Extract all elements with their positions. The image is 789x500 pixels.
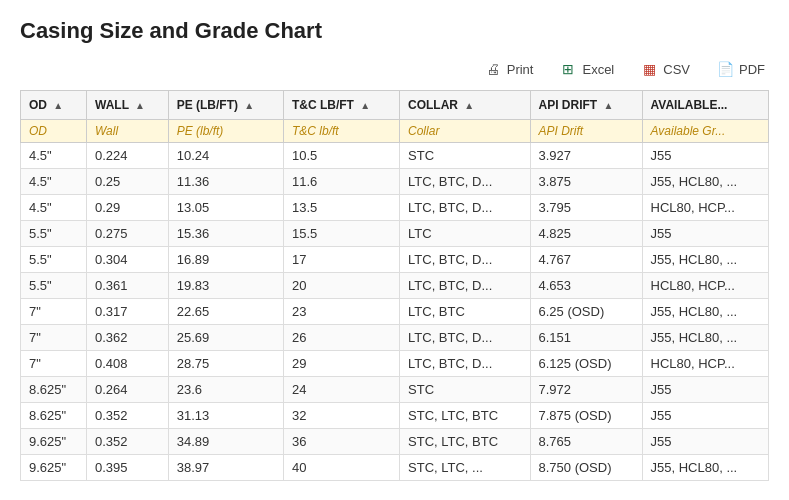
cell-avail: J55, HCL80, ... <box>642 247 768 273</box>
cell-od: 7" <box>21 351 87 377</box>
csv-icon: ▦ <box>640 60 658 78</box>
cell-avail: J55 <box>642 143 768 169</box>
col-header-pe[interactable]: PE (LB/FT) ▲ <box>168 91 283 120</box>
cell-tnc: 40 <box>283 455 399 481</box>
excel-label: Excel <box>582 62 614 77</box>
cell-wall: 0.408 <box>87 351 169 377</box>
cell-tnc: 32 <box>283 403 399 429</box>
cell-wall: 0.352 <box>87 429 169 455</box>
cell-tnc: 20 <box>283 273 399 299</box>
filter-tnc[interactable]: T&C lb/ft <box>283 120 399 143</box>
cell-collar: LTC, BTC, D... <box>400 273 530 299</box>
csv-button[interactable]: ▦ CSV <box>636 58 694 80</box>
cell-tnc: 29 <box>283 351 399 377</box>
cell-tnc: 23 <box>283 299 399 325</box>
cell-avail: J55, HCL80, ... <box>642 455 768 481</box>
cell-collar: LTC, BTC, D... <box>400 169 530 195</box>
filter-wall[interactable]: Wall <box>87 120 169 143</box>
cell-api: 7.875 (OSD) <box>530 403 642 429</box>
table-row: 9.625"0.35234.8936STC, LTC, BTC8.765J55 <box>21 429 769 455</box>
cell-tnc: 15.5 <box>283 221 399 247</box>
table-row: 8.625"0.35231.1332STC, LTC, BTC7.875 (OS… <box>21 403 769 429</box>
filter-pe[interactable]: PE (lb/ft) <box>168 120 283 143</box>
cell-pe: 34.89 <box>168 429 283 455</box>
cell-avail: J55 <box>642 429 768 455</box>
cell-tnc: 10.5 <box>283 143 399 169</box>
cell-od: 9.625" <box>21 429 87 455</box>
cell-avail: J55, HCL80, ... <box>642 299 768 325</box>
cell-collar: LTC, BTC, D... <box>400 351 530 377</box>
cell-api: 3.875 <box>530 169 642 195</box>
filter-avail[interactable]: Available Gr... <box>642 120 768 143</box>
cell-avail: J55 <box>642 377 768 403</box>
page-title: Casing Size and Grade Chart <box>20 18 769 44</box>
table-row: 5.5"0.27515.3615.5LTC4.825J55 <box>21 221 769 247</box>
cell-wall: 0.29 <box>87 195 169 221</box>
table-row: 8.625"0.26423.624STC7.972J55 <box>21 377 769 403</box>
cell-tnc: 11.6 <box>283 169 399 195</box>
table-row: 7"0.36225.6926LTC, BTC, D...6.151J55, HC… <box>21 325 769 351</box>
cell-api: 4.767 <box>530 247 642 273</box>
cell-collar: STC <box>400 143 530 169</box>
cell-api: 3.795 <box>530 195 642 221</box>
cell-api: 4.825 <box>530 221 642 247</box>
cell-wall: 0.395 <box>87 455 169 481</box>
cell-od: 7" <box>21 325 87 351</box>
cell-tnc: 17 <box>283 247 399 273</box>
data-table: OD ▲WALL ▲PE (LB/FT) ▲T&C LB/FT ▲COLLAR … <box>20 90 769 481</box>
cell-wall: 0.317 <box>87 299 169 325</box>
excel-icon: ⊞ <box>559 60 577 78</box>
cell-api: 3.927 <box>530 143 642 169</box>
cell-wall: 0.361 <box>87 273 169 299</box>
filter-od[interactable]: OD <box>21 120 87 143</box>
table-row: 4.5"0.22410.2410.5STC3.927J55 <box>21 143 769 169</box>
filter-collar[interactable]: Collar <box>400 120 530 143</box>
cell-pe: 19.83 <box>168 273 283 299</box>
cell-tnc: 36 <box>283 429 399 455</box>
cell-collar: LTC, BTC, D... <box>400 195 530 221</box>
cell-api: 6.151 <box>530 325 642 351</box>
col-header-api[interactable]: API DRIFT ▲ <box>530 91 642 120</box>
col-header-tnc[interactable]: T&C LB/FT ▲ <box>283 91 399 120</box>
table-filter-row: ODWallPE (lb/ft)T&C lb/ftCollarAPI Drift… <box>21 120 769 143</box>
table-row: 7"0.31722.6523LTC, BTC6.25 (OSD)J55, HCL… <box>21 299 769 325</box>
cell-pe: 28.75 <box>168 351 283 377</box>
pdf-label: PDF <box>739 62 765 77</box>
col-header-avail[interactable]: AVAILABLE... <box>642 91 768 120</box>
cell-avail: J55 <box>642 403 768 429</box>
cell-avail: HCL80, HCP... <box>642 195 768 221</box>
cell-od: 4.5" <box>21 195 87 221</box>
col-header-od[interactable]: OD ▲ <box>21 91 87 120</box>
cell-tnc: 24 <box>283 377 399 403</box>
col-header-collar[interactable]: COLLAR ▲ <box>400 91 530 120</box>
cell-pe: 22.65 <box>168 299 283 325</box>
cell-collar: LTC, BTC <box>400 299 530 325</box>
cell-wall: 0.25 <box>87 169 169 195</box>
csv-label: CSV <box>663 62 690 77</box>
cell-od: 5.5" <box>21 273 87 299</box>
col-header-wall[interactable]: WALL ▲ <box>87 91 169 120</box>
filter-api[interactable]: API Drift <box>530 120 642 143</box>
table-row: 5.5"0.30416.8917LTC, BTC, D...4.767J55, … <box>21 247 769 273</box>
cell-pe: 25.69 <box>168 325 283 351</box>
cell-wall: 0.304 <box>87 247 169 273</box>
pdf-button[interactable]: 📄 PDF <box>712 58 769 80</box>
table-body: 4.5"0.22410.2410.5STC3.927J554.5"0.2511.… <box>21 143 769 481</box>
cell-collar: LTC, BTC, D... <box>400 247 530 273</box>
cell-pe: 15.36 <box>168 221 283 247</box>
cell-api: 7.972 <box>530 377 642 403</box>
table-row: 5.5"0.36119.8320LTC, BTC, D...4.653HCL80… <box>21 273 769 299</box>
cell-wall: 0.224 <box>87 143 169 169</box>
cell-pe: 23.6 <box>168 377 283 403</box>
cell-pe: 38.97 <box>168 455 283 481</box>
table-row: 4.5"0.2913.0513.5LTC, BTC, D...3.795HCL8… <box>21 195 769 221</box>
toolbar: 🖨 Print ⊞ Excel ▦ CSV 📄 PDF <box>20 58 769 80</box>
cell-collar: LTC, BTC, D... <box>400 325 530 351</box>
cell-wall: 0.275 <box>87 221 169 247</box>
print-button[interactable]: 🖨 Print <box>480 58 538 80</box>
cell-avail: HCL80, HCP... <box>642 273 768 299</box>
cell-od: 8.625" <box>21 403 87 429</box>
cell-tnc: 26 <box>283 325 399 351</box>
cell-od: 5.5" <box>21 247 87 273</box>
excel-button[interactable]: ⊞ Excel <box>555 58 618 80</box>
